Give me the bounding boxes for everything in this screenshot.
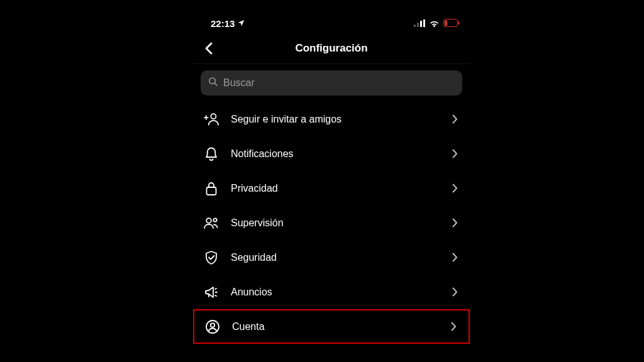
menu-item-account[interactable]: Cuenta	[193, 309, 470, 344]
menu-item-label: Seguir e invitar a amigos	[231, 114, 438, 125]
nav-header: Configuración	[193, 33, 470, 64]
page-title: Configuración	[295, 42, 367, 55]
lock-icon	[203, 180, 219, 197]
svg-rect-0	[414, 25, 416, 27]
svg-point-9	[211, 114, 216, 119]
shield-icon	[203, 250, 219, 266]
wifi-icon	[429, 18, 440, 29]
settings-menu: Seguir e invitar a amigos Notificaciones	[193, 102, 470, 344]
bell-icon	[203, 146, 219, 162]
menu-item-notifications[interactable]: Notificaciones	[193, 136, 470, 171]
people-icon	[203, 215, 219, 231]
back-button[interactable]	[199, 39, 218, 58]
chevron-right-icon	[450, 253, 460, 263]
svg-rect-3	[423, 19, 425, 27]
menu-item-privacy[interactable]: Privacidad	[193, 171, 470, 206]
chevron-right-icon	[450, 184, 460, 194]
svg-point-14	[213, 218, 216, 221]
status-time: 22:13	[211, 18, 235, 29]
menu-item-label: Seguridad	[231, 252, 438, 263]
status-bar: 22:13	[193, 14, 470, 33]
status-right	[414, 18, 461, 29]
status-left: 22:13	[202, 18, 245, 29]
svg-point-16	[211, 323, 214, 327]
search-container: Buscar	[193, 64, 470, 102]
svg-rect-1	[417, 23, 419, 27]
chevron-right-icon	[450, 287, 460, 297]
search-icon	[208, 77, 218, 89]
menu-item-supervision[interactable]: Supervisión	[193, 206, 470, 240]
menu-item-label: Supervisión	[231, 217, 438, 229]
menu-item-security[interactable]: Seguridad	[193, 240, 470, 275]
svg-rect-6	[458, 21, 460, 25]
menu-item-ads[interactable]: Anuncios	[193, 275, 470, 309]
chevron-right-icon	[450, 218, 460, 228]
menu-item-label: Notificaciones	[231, 148, 438, 160]
location-icon	[237, 18, 245, 29]
phone-screen: 22:13	[193, 14, 470, 362]
menu-item-label: Privacidad	[231, 183, 438, 194]
chevron-right-icon	[450, 114, 460, 124]
search-placeholder: Buscar	[223, 77, 255, 89]
person-plus-icon	[203, 111, 219, 128]
svg-point-13	[206, 218, 211, 223]
svg-rect-12	[207, 187, 216, 195]
svg-rect-5	[445, 20, 447, 26]
menu-item-follow-invite[interactable]: Seguir e invitar a amigos	[193, 102, 470, 136]
megaphone-icon	[203, 284, 219, 300]
menu-item-label: Cuenta	[232, 321, 437, 332]
svg-line-8	[214, 83, 217, 85]
cellular-icon	[414, 18, 425, 29]
search-input[interactable]: Buscar	[201, 70, 462, 96]
battery-low-icon	[443, 18, 460, 29]
svg-rect-2	[420, 21, 422, 27]
account-icon	[204, 319, 221, 335]
chevron-right-icon	[448, 322, 458, 332]
menu-item-label: Anuncios	[231, 287, 438, 298]
chevron-right-icon	[450, 149, 460, 159]
